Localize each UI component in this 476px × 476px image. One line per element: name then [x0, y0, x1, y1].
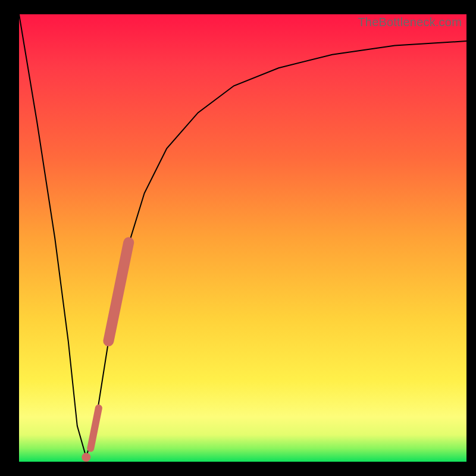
point-min [82, 453, 90, 462]
chart-svg [19, 14, 466, 462]
segment-a [108, 243, 129, 341]
plot-area: TheBottleneck.com [19, 14, 466, 462]
bottleneck-curve [19, 14, 466, 458]
marker-layer [82, 243, 129, 462]
segment-b [90, 408, 99, 449]
chart-frame: TheBottleneck.com [0, 0, 476, 476]
